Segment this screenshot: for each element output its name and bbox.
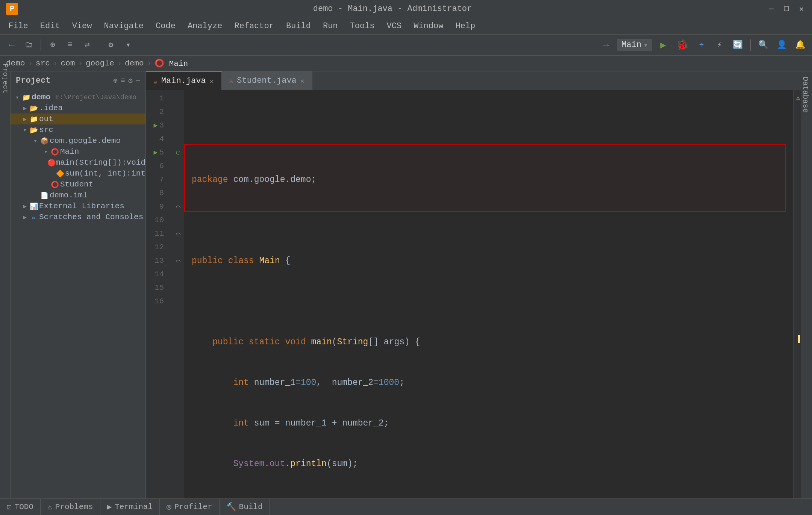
run-icon-3[interactable]: ▶ <box>154 119 158 132</box>
bottom-tab-todo[interactable]: ☑ TODO <box>0 499 41 515</box>
tree-arrow-scratches[interactable]: ▶ <box>21 214 29 221</box>
sidebar-collapse-icon[interactable]: ≡ <box>121 76 125 85</box>
breadcrumb-src[interactable]: src <box>36 59 50 68</box>
code-line-2[interactable] <box>192 214 793 227</box>
menu-analyze[interactable]: Analyze <box>182 20 227 32</box>
bottom-tab-problems[interactable]: ⚠ Problems <box>41 499 100 515</box>
breadcrumb-demo2[interactable]: demo <box>125 59 144 68</box>
code-line-3[interactable]: public class Main { <box>192 254 793 268</box>
tree-item-src[interactable]: ▾ 📂 src <box>11 124 145 135</box>
menu-code[interactable]: Code <box>150 20 181 32</box>
code-line-9[interactable]: } <box>192 498 793 498</box>
line-num-5: ▶5 <box>146 146 168 159</box>
toolbar-btn-2[interactable]: ≡ <box>63 38 77 52</box>
debug-button[interactable]: 🐞 <box>674 38 691 52</box>
breadcrumb-main[interactable]: ⭕ Main <box>155 59 188 68</box>
run-config-label: Main <box>621 40 641 50</box>
tree-arrow-ext-libs[interactable]: ▶ <box>21 203 29 210</box>
tab-student-java[interactable]: ☕ Student.java ✕ <box>222 71 312 90</box>
tab-main-java-icon: ☕ <box>153 77 158 85</box>
code-line-8[interactable]: System.out.println(sum); <box>192 457 793 471</box>
tree-item-sum-method[interactable]: 🔶 sum(int, int):int <box>11 168 145 179</box>
toolbar-git-back[interactable]: ← <box>5 38 19 52</box>
minimize-button[interactable]: — <box>767 5 776 14</box>
toolbar-git-forward[interactable]: → <box>599 38 613 52</box>
tree-item-main-class[interactable]: ▾ ⭕ Main <box>11 146 145 157</box>
code-content[interactable]: package com.google.demo; public class Ma… <box>184 90 793 498</box>
code-line-4[interactable] <box>192 295 793 308</box>
run-config-selector[interactable]: Main ▾ <box>617 39 652 51</box>
menu-vcs[interactable]: VCS <box>382 20 407 32</box>
tree-label-idea: .idea <box>39 104 145 112</box>
sidebar-close-icon[interactable]: — <box>136 76 140 85</box>
code-line-5[interactable]: public static void main(String[] args) { <box>192 335 793 349</box>
tree-item-scratches[interactable]: ▶ ✏ Scratches and Consoles <box>11 212 145 223</box>
maximize-button[interactable]: □ <box>782 5 791 14</box>
toolbar-user[interactable]: 👤 <box>774 38 789 52</box>
tab-student-java-close[interactable]: ✕ <box>300 77 304 85</box>
tree-arrow-out[interactable]: ▶ <box>21 115 29 123</box>
tree-item-package[interactable]: ▾ 📦 com.google.demo <box>11 135 145 146</box>
toolbar-btn-3[interactable]: ⇄ <box>80 38 94 52</box>
main-layout: Project Project ⊕ ≡ ⚙ — ▾ 📁 demo E:\Proj… <box>0 71 812 498</box>
tab-main-java[interactable]: ☕ Main.java ✕ <box>146 71 222 90</box>
run-button[interactable]: ▶ <box>656 38 670 52</box>
sidebar-external-link-icon[interactable]: ⊕ <box>113 76 118 85</box>
code-line-7[interactable]: int sum = number_1 + number_2; <box>192 417 793 430</box>
sidebar-settings-icon[interactable]: ⚙ <box>128 76 133 85</box>
run-icon-5[interactable]: ▶ <box>154 146 158 159</box>
menu-run[interactable]: Run <box>318 20 343 32</box>
menu-window[interactable]: Window <box>408 20 448 32</box>
toolbar-search[interactable]: 🔍 <box>756 38 771 52</box>
gutter-8 <box>172 186 184 200</box>
bottom-tab-build[interactable]: 🔨 Build <box>220 499 270 515</box>
menu-build[interactable]: Build <box>281 20 316 32</box>
library-icon: 📊 <box>29 202 39 211</box>
coverage-button[interactable]: ☂ <box>694 38 709 52</box>
gutter-15 <box>172 281 184 295</box>
scrollbar-area[interactable]: ⚠ <box>793 90 801 498</box>
toolbar-project-tree[interactable]: 🗂 <box>22 38 36 52</box>
bottom-tab-profiler[interactable]: ◎ Profiler <box>160 499 219 515</box>
tree-item-main-method[interactable]: 🔴 main(String[]):void <box>11 157 145 168</box>
code-line-1[interactable]: package com.google.demo; <box>192 173 793 186</box>
tree-item-out[interactable]: ▶ 📁 out <box>11 114 145 124</box>
menu-navigate[interactable]: Navigate <box>98 20 149 32</box>
tree-label-src: src <box>39 126 145 134</box>
tree-arrow-demo[interactable]: ▾ <box>14 94 21 101</box>
tree-item-demo-root[interactable]: ▾ 📁 demo E:\Project\Java\demo <box>11 92 145 103</box>
gutter-2 <box>172 105 184 119</box>
tab-main-java-close[interactable]: ✕ <box>210 77 214 85</box>
tree-item-iml[interactable]: 📄 demo.iml <box>11 190 145 201</box>
tree-item-idea[interactable]: ▶ 📂 .idea <box>11 103 145 114</box>
left-strip-project[interactable]: Project <box>1 74 9 83</box>
menu-file[interactable]: File <box>3 20 33 32</box>
menu-help[interactable]: Help <box>450 20 480 32</box>
tree-arrow-main[interactable]: ▾ <box>42 148 50 156</box>
toolbar-profile-btn[interactable]: ⚡ <box>712 38 727 52</box>
close-button[interactable]: ✕ <box>797 5 806 14</box>
toolbar-btn-1[interactable]: ⊕ <box>45 38 60 52</box>
toolbar-update-notification[interactable]: 🔔 <box>793 38 807 52</box>
tree-arrow-src[interactable]: ▾ <box>21 126 29 134</box>
database-panel-label[interactable]: Database <box>801 71 812 118</box>
code-editor[interactable]: 1 2 ▶3 4 ▶5 6 7 8 9 10 11 12 13 14 15 16 <box>146 90 801 498</box>
breadcrumb-google[interactable]: google <box>86 59 114 68</box>
tree-item-ext-libs[interactable]: ▶ 📊 External Libraries <box>11 201 145 212</box>
bottom-tab-terminal[interactable]: ▶ Terminal <box>100 499 160 515</box>
toolbar-dropdown[interactable]: ▾ <box>121 38 135 52</box>
tree-item-student[interactable]: ⭕ Student <box>11 179 145 190</box>
tree-arrow-package[interactable]: ▾ <box>32 137 39 145</box>
tree-arrow-idea[interactable]: ▶ <box>21 105 29 112</box>
tree-label-sum-method: sum(int, int):int <box>65 169 145 178</box>
menu-view[interactable]: View <box>67 20 97 32</box>
build-label: Build <box>239 503 263 511</box>
project-icon: 📁 <box>21 93 32 101</box>
code-line-6[interactable]: int number_1=100, number_2=1000; <box>192 376 793 389</box>
toolbar-update-btn[interactable]: 🔄 <box>730 38 745 52</box>
menu-edit[interactable]: Edit <box>35 20 65 32</box>
breadcrumb-com[interactable]: com <box>61 59 75 68</box>
toolbar-settings[interactable]: ⚙ <box>104 38 118 52</box>
menu-tools[interactable]: Tools <box>345 20 380 32</box>
menu-refactor[interactable]: Refactor <box>229 20 279 32</box>
